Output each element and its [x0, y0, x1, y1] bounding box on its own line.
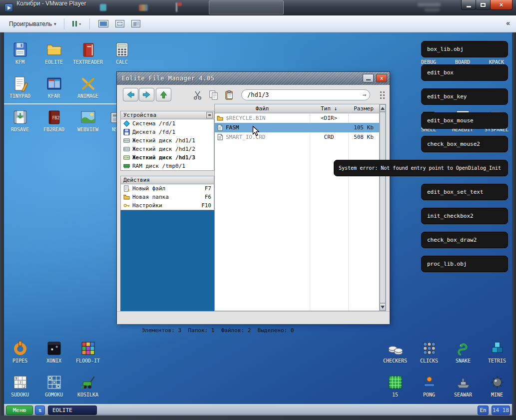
collapse-toolbar-button[interactable]: « — [506, 19, 510, 27]
pong-icon — [421, 374, 438, 391]
desktop-icon-seawar[interactable]: SEAWAR — [447, 374, 479, 398]
desktop-icon-fifteen[interactable]: 15 — [379, 374, 411, 398]
eolite-close-button[interactable]: x — [376, 74, 387, 82]
desktop-icon-label: GOMOKU — [45, 392, 63, 398]
desktop-icon-kosilka[interactable]: KOSILKA — [72, 374, 104, 398]
minimize-button[interactable] — [461, 0, 476, 10]
action-new-file[interactable]: Новый файл F7 — [121, 184, 214, 193]
desktop-icon-tinypad[interactable]: TINYPAD — [4, 75, 36, 99]
devices-header-label: Устройства — [123, 112, 156, 118]
device-label: Дискета /fd/1 — [132, 129, 175, 135]
vmware-titlebar: Колибри - VMware Player × — [0, 0, 516, 15]
menu-dots-icon[interactable] — [380, 91, 382, 93]
file-size: 105 Kb — [348, 124, 379, 131]
new-folder-icon — [123, 194, 130, 200]
console-view-icon[interactable] — [98, 20, 108, 27]
desktop-icon-label: CALC — [116, 59, 128, 65]
close-button[interactable]: × — [490, 0, 513, 10]
devices-list: Система /rd/1 Дискета /fd/1 Жесткий диск… — [120, 119, 214, 171]
keyboard-layout-indicator[interactable]: En — [478, 406, 489, 415]
desktop-icon-eolite[interactable]: EOLITE — [38, 41, 70, 65]
desktop-icon-checkers[interactable]: CHECKERS — [379, 340, 411, 364]
desktop-icon-fb2read[interactable]: FB2 FB2READ — [38, 109, 70, 132]
color-grid-icon — [80, 340, 96, 357]
desktop-icon-label: FLOOD-IT — [76, 358, 100, 364]
clock-text: 14 18 — [493, 407, 509, 414]
forward-button[interactable] — [139, 88, 154, 101]
desktop-icon-pipes[interactable]: PIPES — [4, 340, 36, 364]
maximize-button[interactable] — [476, 0, 491, 10]
unity-view-icon[interactable] — [131, 20, 140, 27]
desktop-icon-textreader[interactable]: TEXTREADER — [72, 41, 104, 65]
action-settings[interactable]: Настройки F10 — [121, 201, 214, 210]
path-input[interactable]: /hd1/3 → — [241, 89, 370, 100]
device-item-floppy[interactable]: Дискета /fd/1 — [121, 128, 214, 136]
desktop-icon-clicks[interactable]: CLICKS — [413, 340, 445, 364]
file-name: $RECYCLE.BIN — [226, 115, 265, 121]
device-item-hdd2[interactable]: Жесткий диск /hd1/2 — [121, 145, 214, 153]
desktop-icon-calc[interactable]: CALC — [106, 41, 138, 65]
desktop-icon-label: EOLITE — [45, 59, 63, 65]
desktop-icon-mine[interactable]: MINE — [481, 374, 512, 398]
player-menu-button[interactable]: Проигрыватель ▾ — [6, 18, 59, 29]
desktop-icon-xonix[interactable]: XONIX — [38, 340, 70, 364]
window-frame-left — [0, 32, 4, 420]
device-item-hdd3-selected[interactable]: Жесткий диск /hd1/3 — [121, 153, 214, 162]
devices-collapse-button[interactable]: = — [206, 112, 213, 118]
cut-button[interactable] — [192, 89, 203, 101]
scroll-down-button[interactable] — [380, 303, 386, 311]
column-header-size[interactable]: Размер — [348, 105, 379, 112]
go-arrow-icon[interactable]: → — [363, 90, 366, 100]
desktop-icon-kfar[interactable]: KFAR — [38, 75, 70, 99]
fullscreen-icon[interactable] — [115, 20, 124, 27]
lawnmower-icon — [80, 374, 96, 391]
vmware-window-title: Колибри - VMware Player — [16, 0, 86, 7]
window-switcher-button[interactable]: ⇅ — [35, 406, 45, 415]
clock[interactable]: 14 18 — [492, 406, 510, 415]
scrollbar-thumb[interactable] — [380, 112, 386, 303]
file-icon — [217, 124, 223, 131]
copy-button[interactable] — [208, 89, 219, 101]
taskbar-task-eolite[interactable]: EOLITE — [48, 406, 97, 415]
desktop-icon-rdsave[interactable]: RDSAVE — [4, 109, 36, 132]
file-row-recycle-bin[interactable]: $RECYCLE.BIN <DIR> — [215, 113, 379, 123]
scroll-up-button[interactable] — [380, 104, 386, 112]
column-header-type[interactable]: Тип ↓ — [310, 105, 348, 112]
dropdown-caret-icon: ▾ — [54, 21, 56, 26]
device-item-ram[interactable]: RAM диск /tmp0/1 — [121, 162, 214, 170]
desktop-icon-animage[interactable]: ANIMAGE — [72, 75, 104, 99]
glass-reflection — [425, 8, 440, 11]
menu-button[interactable]: Меню — [6, 406, 33, 415]
action-new-folder[interactable]: Новая папка F6 — [121, 193, 214, 201]
column-header-name[interactable]: Файл — [215, 105, 310, 112]
desktop-icon-label: FB2READ — [43, 127, 64, 132]
suspend-button[interactable]: ▾ — [69, 19, 84, 28]
file-list-header: Файл Тип ↓ Размер — [215, 104, 379, 113]
action-label: Настройки — [132, 202, 162, 209]
fb2-book-icon: FB2 — [46, 109, 62, 125]
dropdown-caret-icon: ▾ — [78, 21, 81, 26]
up-button[interactable] — [156, 88, 171, 101]
file-list-scrollbar[interactable] — [379, 104, 386, 311]
device-item-system[interactable]: Система /rd/1 — [121, 119, 214, 128]
system-diamond-icon — [123, 120, 130, 127]
paste-button[interactable] — [224, 89, 235, 101]
back-button[interactable] — [123, 88, 138, 101]
desktop-icon-tetris[interactable]: TETRIS — [481, 340, 512, 364]
device-item-hdd1[interactable]: Жесткий диск /hd1/1 — [121, 136, 214, 145]
desktop-icon-label: WEBVIEW — [77, 127, 98, 132]
desktop-icon-sudoku[interactable]: 972 SUDOKU — [4, 374, 36, 398]
desktop-icon-floodit[interactable]: FLOOD-IT — [72, 340, 104, 364]
desktop-icon-gomoku[interactable]: GOMOKU — [38, 374, 70, 398]
desktop-icon-pong[interactable]: PONG — [413, 374, 445, 398]
file-row-fasm-selected[interactable]: FASM 105 Kb — [215, 123, 379, 132]
desktop-icon-kfm[interactable]: KFM — [4, 41, 36, 65]
desktop-icon-snake[interactable]: SNAKE — [447, 340, 479, 364]
task-label: EOLITE — [52, 407, 72, 414]
toolbar-separator — [89, 18, 90, 29]
desktop-icon-webview[interactable]: WEBVIEW — [72, 109, 104, 132]
brushes-icon — [80, 75, 96, 92]
eolite-titlebar[interactable]: Eolite File Manager 4.05 — [117, 72, 390, 85]
eolite-minimize-button[interactable] — [363, 74, 374, 82]
file-row-smart-io[interactable]: SMART_IO.CRD CRD 508 Kb — [215, 132, 379, 142]
